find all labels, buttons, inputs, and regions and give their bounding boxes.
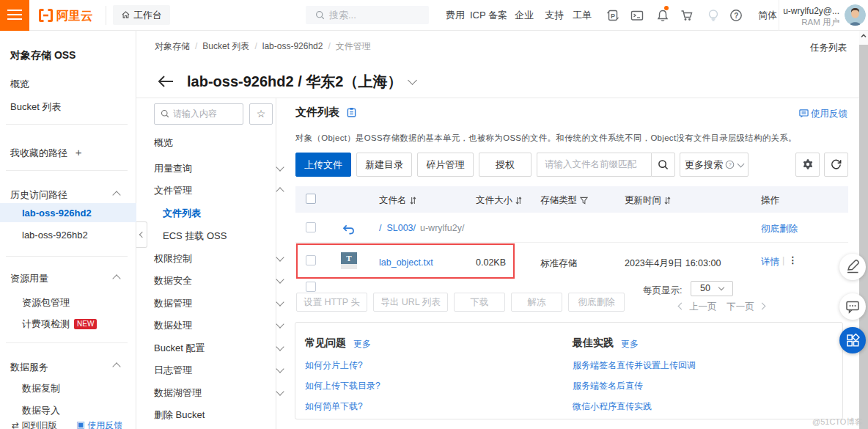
svg-text:阿里云: 阿里云: [56, 9, 93, 22]
svg-text:?: ?: [734, 12, 738, 20]
svg-text:?: ?: [729, 161, 732, 168]
svg-text:P: P: [611, 12, 615, 20]
